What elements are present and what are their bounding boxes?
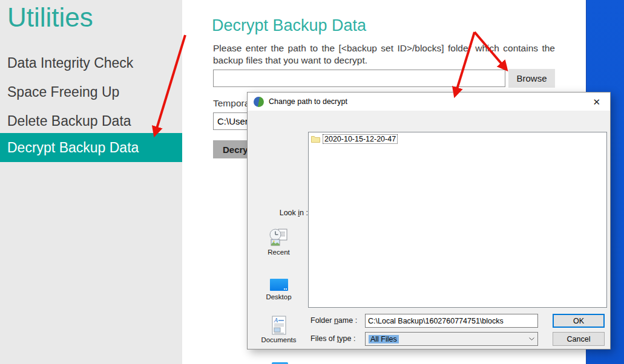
- description-text: Please enter the path to the [<backup se…: [213, 42, 555, 67]
- chevron-down-icon: [529, 337, 534, 340]
- file-name: 2020-10-15-12-20-47: [323, 134, 398, 144]
- place-desktop[interactable]: Desktop: [249, 271, 308, 301]
- sidebar-item-label: Decrypt Backup Data: [7, 133, 139, 162]
- place-recent[interactable]: Recent: [249, 227, 308, 256]
- dialog-titlebar: Change path to decrypt ✕: [248, 93, 610, 111]
- place-documents[interactable]: A Documents: [249, 314, 308, 343]
- files-of-type-value: All Files: [369, 335, 399, 343]
- browse-button[interactable]: Browse: [508, 69, 555, 88]
- screen: Utilities Data Integrity Check Space Fre…: [0, 0, 624, 364]
- sidebar: Utilities Data Integrity Check Space Fre…: [0, 0, 182, 364]
- label-text: ame :: [338, 316, 357, 325]
- label-text: Look: [280, 209, 298, 217]
- files-of-type-label: Files of type :: [310, 334, 355, 343]
- label-accel: n: [334, 316, 338, 325]
- folder-icon: [311, 135, 320, 143]
- place-label: Recent: [249, 249, 308, 256]
- folder-name-label: Folder name :: [310, 316, 357, 325]
- sidebar-item-decrypt-backup-data[interactable]: Decrypt Backup Data: [0, 133, 182, 162]
- label-text: Files of: [310, 334, 337, 343]
- sidebar-item-delete-backup-data[interactable]: Delete Backup Data: [7, 113, 131, 129]
- close-icon[interactable]: ✕: [589, 97, 604, 106]
- file-list-item[interactable]: 2020-10-15-12-20-47: [311, 134, 398, 144]
- sidebar-item-data-integrity-check[interactable]: Data Integrity Check: [7, 55, 133, 71]
- this-pc-icon: [249, 359, 308, 364]
- temp-folder-label: Tempora: [213, 98, 249, 109]
- app-pie-icon: [254, 97, 264, 107]
- label-text: Folder: [310, 316, 334, 325]
- sidebar-item-space-freeing-up[interactable]: Space Freeing Up: [7, 84, 119, 100]
- backup-path-input[interactable]: [213, 70, 505, 87]
- page-title: Decrypt Backup Data: [212, 16, 366, 35]
- app-title: Utilities: [7, 2, 93, 33]
- place-label: Desktop: [249, 293, 308, 301]
- change-path-dialog: Change path to decrypt ✕ Look in : block…: [247, 92, 611, 349]
- dialog-title: Change path to decrypt: [269, 97, 347, 106]
- recent-icon: [249, 227, 308, 247]
- svg-text:A: A: [274, 317, 278, 323]
- label-text: ype :: [339, 334, 355, 343]
- ok-button[interactable]: OK: [553, 314, 605, 328]
- cancel-button[interactable]: Cancel: [553, 332, 605, 346]
- place-this-pc[interactable]: This PC: [249, 359, 308, 364]
- place-label: Documents: [249, 336, 308, 343]
- file-list[interactable]: 2020-10-15-12-20-47: [308, 132, 607, 308]
- folder-name-input[interactable]: [365, 314, 538, 328]
- look-in-label: Look in :: [248, 209, 308, 217]
- documents-icon: A: [249, 314, 308, 335]
- files-of-type-dropdown[interactable]: All Files: [365, 332, 538, 346]
- label-text: n :: [300, 209, 308, 217]
- desktop-icon: [249, 271, 308, 292]
